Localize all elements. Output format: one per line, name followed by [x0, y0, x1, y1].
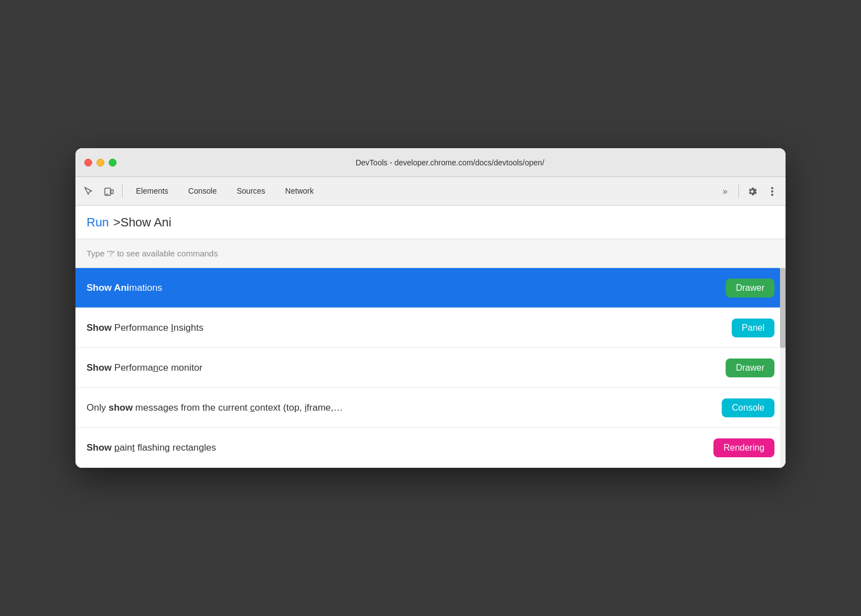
- titlebar: DevTools - developer.chrome.com/docs/dev…: [75, 148, 786, 177]
- command-hint-row: Type '?' to see available commands: [75, 239, 786, 268]
- run-label: Run: [87, 215, 109, 230]
- tab-console[interactable]: Console: [179, 177, 225, 205]
- command-item-performance-insights[interactable]: Show Performance Insights Panel: [75, 308, 786, 348]
- command-item-text: Show Performance Insights: [87, 322, 732, 334]
- badge-panel[interactable]: Panel: [732, 319, 774, 337]
- item-bold-text: Show Ani: [87, 282, 129, 293]
- scrollbar-track[interactable]: [780, 268, 786, 468]
- command-palette: Run >Show Ani Type '?' to see available …: [75, 206, 786, 468]
- tab-elements[interactable]: Elements: [127, 177, 177, 205]
- command-item-performance-monitor[interactable]: Show Performance monitor Drawer: [75, 348, 786, 388]
- toolbar-right: »: [716, 183, 781, 200]
- tab-sources[interactable]: Sources: [228, 177, 274, 205]
- item-normal-text: Performance Insights: [112, 322, 203, 333]
- command-item-text: Show paint flashing rectangles: [87, 442, 713, 453]
- item-normal-text: Performance monitor: [112, 362, 202, 373]
- command-item-text: Show Performance monitor: [87, 362, 726, 373]
- badge-console[interactable]: Console: [722, 398, 774, 417]
- close-button[interactable]: [84, 159, 92, 166]
- inspect-element-button[interactable]: [80, 183, 98, 200]
- command-item-text: Show Animations: [87, 282, 726, 294]
- devtools-toolbar: Elements Console Sources Network »: [75, 177, 786, 206]
- item-bold-text: Show: [87, 442, 112, 453]
- more-options-button[interactable]: [763, 183, 781, 200]
- badge-rendering[interactable]: Rendering: [713, 438, 774, 457]
- more-tabs-button[interactable]: »: [716, 183, 734, 200]
- svg-point-5: [771, 194, 773, 196]
- command-list: Show Animations Drawer Show Performance …: [75, 268, 786, 468]
- toolbar-divider-right: [738, 185, 739, 198]
- item-normal-text: Only show messages from the current cont…: [87, 402, 343, 413]
- command-item-text: Only show messages from the current cont…: [87, 402, 722, 413]
- scrollbar-thumb[interactable]: [780, 268, 786, 348]
- item-bold-text: Show: [87, 322, 112, 333]
- tab-network[interactable]: Network: [276, 177, 322, 205]
- command-item-show-animations[interactable]: Show Animations Drawer: [75, 268, 786, 308]
- item-normal-text: mations: [129, 282, 163, 293]
- svg-point-3: [771, 187, 773, 189]
- traffic-lights: [84, 159, 117, 166]
- item-bold-text: Show: [87, 362, 112, 373]
- minimize-button[interactable]: [97, 159, 104, 166]
- command-hint-text: Type '?' to see available commands: [87, 249, 218, 258]
- run-query: >Show Ani: [113, 215, 171, 230]
- devtools-window: DevTools - developer.chrome.com/docs/dev…: [75, 148, 786, 468]
- command-item-paint-flashing[interactable]: Show paint flashing rectangles Rendering: [75, 428, 786, 468]
- badge-drawer-2[interactable]: Drawer: [726, 359, 774, 377]
- window-title: DevTools - developer.chrome.com/docs/dev…: [123, 158, 777, 167]
- settings-button[interactable]: [743, 183, 761, 200]
- badge-drawer[interactable]: Drawer: [726, 279, 774, 297]
- command-run-row[interactable]: Run >Show Ani: [75, 206, 786, 239]
- svg-rect-1: [111, 190, 113, 194]
- maximize-button[interactable]: [109, 159, 117, 166]
- svg-point-4: [771, 190, 773, 193]
- item-normal-text: paint flashing rectangles: [112, 442, 216, 453]
- device-toolbar-button[interactable]: [100, 183, 118, 200]
- toolbar-divider: [122, 185, 123, 198]
- command-item-show-messages[interactable]: Only show messages from the current cont…: [75, 388, 786, 428]
